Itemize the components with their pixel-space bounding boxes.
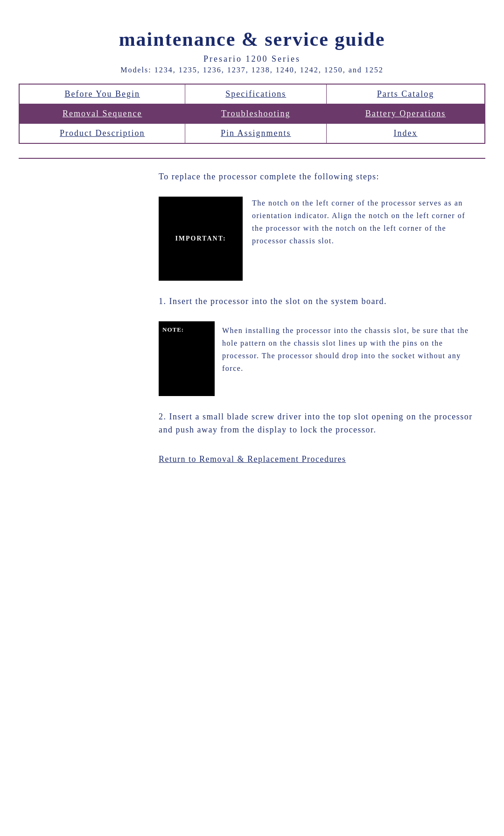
nav-row-3: Product Description Pin Assignments Inde… [19,124,485,144]
nav-row-1: Before You Begin Specifications Parts Ca… [19,84,485,104]
nav-cell-parts-catalog: Parts Catalog [326,84,485,104]
navigation-table: Before You Begin Specifications Parts Ca… [19,84,485,144]
note-label: NOTE: [162,326,184,333]
note-image-box: NOTE: [159,321,215,396]
header: maintenance & service guide Presario 120… [19,28,485,74]
return-link[interactable]: Return to Removal & Replacement Procedur… [159,454,346,464]
important-text: The notch on the left corner of the proc… [252,197,476,281]
section-divider [19,158,485,159]
nav-cell-specifications: Specifications [185,84,327,104]
nav-link-index[interactable]: Index [394,128,418,138]
nav-link-pin-assignments[interactable]: Pin Assignments [221,128,291,138]
nav-link-parts-catalog[interactable]: Parts Catalog [377,89,434,99]
nav-row-2: Removal Sequence Troubleshooting Battery… [19,104,485,124]
nav-link-product-description[interactable]: Product Description [60,128,145,138]
nav-link-before-you-begin[interactable]: Before You Begin [64,89,140,99]
main-content: To replace the processor complete the fo… [19,170,485,464]
nav-link-battery-operations[interactable]: Battery Operations [365,109,446,118]
nav-cell-pin-assignments: Pin Assignments [185,124,327,144]
nav-cell-index: Index [326,124,485,144]
step-1-text: 1. Insert the processor into the slot on… [159,295,476,308]
important-label: IMPORTANT: [175,235,226,242]
note-text: When installing the processor into the c… [222,321,476,375]
subtitle: Presario 1200 Series [19,54,485,64]
models: Models: 1234, 1235, 1236, 1237, 1238, 12… [19,66,485,74]
nav-link-specifications[interactable]: Specifications [225,89,286,99]
nav-link-troubleshooting[interactable]: Troubleshooting [221,109,290,118]
intro-paragraph: To replace the processor complete the fo… [159,170,476,184]
note-notice: NOTE: When installing the processor into… [159,321,476,396]
step-2-text: 2. Insert a small blade screw driver int… [159,410,476,437]
nav-cell-before-you-begin: Before You Begin [19,84,185,104]
nav-cell-removal-sequence: Removal Sequence [19,104,185,124]
main-title: maintenance & service guide [19,28,485,50]
nav-cell-troubleshooting: Troubleshooting [185,104,327,124]
nav-cell-battery-operations: Battery Operations [326,104,485,124]
important-notice: IMPORTANT: The notch on the left corner … [159,197,476,281]
nav-cell-product-description: Product Description [19,124,185,144]
nav-link-removal-sequence[interactable]: Removal Sequence [63,109,142,118]
important-image-box: IMPORTANT: [159,197,243,281]
